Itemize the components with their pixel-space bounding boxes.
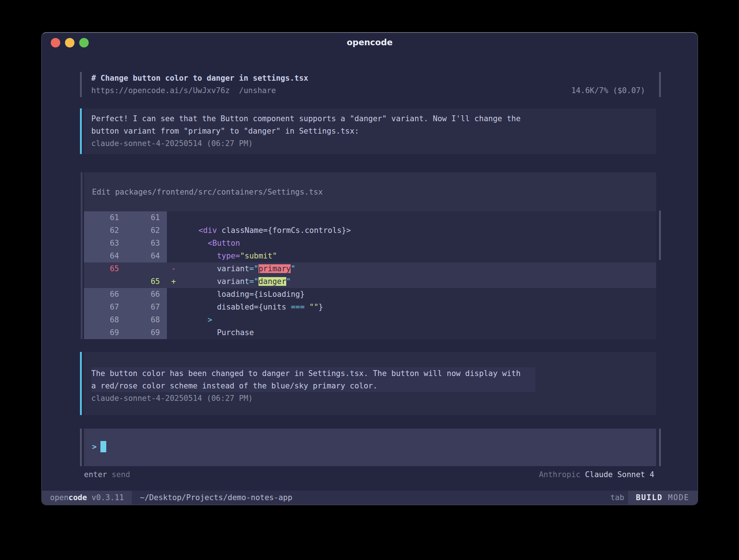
prompt-chevron-icon: > bbox=[92, 442, 97, 451]
share-info-row: https://opencode.ai/s/UwJxv76z /unshare … bbox=[84, 84, 656, 97]
old-line-number: 61 bbox=[84, 211, 119, 224]
mode-suffix: MODE bbox=[663, 493, 689, 502]
diff-row: 6161 bbox=[84, 211, 656, 224]
diff-marker bbox=[167, 250, 180, 262]
code-line: Purchase bbox=[180, 326, 254, 339]
diff-tool-header: Edit packages/frontend/src/containers/Se… bbox=[84, 172, 656, 211]
assistant-message-1: Perfect! I can see that the Button compo… bbox=[84, 108, 656, 154]
diff-row: 6464 type="submit" bbox=[84, 250, 656, 262]
composer-right-rail bbox=[659, 429, 661, 466]
title-bar: opencode bbox=[42, 33, 697, 53]
new-line-number: 69 bbox=[119, 326, 160, 339]
line-number-gutter: 6161 bbox=[84, 211, 167, 224]
old-line-number: 66 bbox=[84, 288, 119, 301]
opencode-window: opencode # Change button color to danger… bbox=[41, 32, 698, 505]
new-line-number: 62 bbox=[119, 224, 160, 237]
diff-card-left-rail bbox=[81, 172, 83, 339]
diff-row: 6767 disabled={units === ""} bbox=[84, 301, 656, 314]
old-line-number: 63 bbox=[84, 237, 119, 250]
new-line-number: 68 bbox=[119, 314, 160, 326]
message-text: Perfect! I can see that the Button compo… bbox=[91, 112, 649, 137]
desktop: { "window": { "title": "opencode" }, "co… bbox=[0, 0, 739, 560]
scrollbar-thumb[interactable] bbox=[659, 211, 661, 260]
mode-name: BUILD bbox=[636, 493, 663, 502]
model-indicator: Anthropic Claude Sonnet 4 bbox=[539, 469, 654, 480]
share-header: # Change button color to danger in setti… bbox=[84, 72, 656, 99]
diff-marker: + bbox=[167, 275, 180, 288]
share-header-left-rail bbox=[80, 72, 82, 97]
diff-card: Edit packages/frontend/src/containers/Se… bbox=[84, 172, 656, 339]
app-name-code: code bbox=[69, 493, 87, 502]
message-meta: claude-sonnet-4-20250514 (06:27 PM) bbox=[91, 137, 649, 150]
diff-row: 6868 > bbox=[84, 314, 656, 326]
old-line-number: 69 bbox=[84, 326, 119, 339]
working-directory: ~/Desktop/Projects/demo-notes-app bbox=[140, 493, 292, 502]
share-header-right-rail bbox=[659, 72, 661, 97]
old-line-number: 68 bbox=[84, 314, 119, 326]
old-line-number bbox=[84, 275, 119, 288]
share-url-link[interactable]: https://opencode.ai/s/UwJxv76z bbox=[91, 84, 230, 97]
assistant-message-rail bbox=[80, 352, 82, 415]
diff-row: 6666 loading={isLoading} bbox=[84, 288, 656, 301]
session-title: # Change button color to danger in setti… bbox=[84, 72, 656, 84]
app-version: v0.3.11 bbox=[87, 493, 124, 502]
diff-marker bbox=[167, 314, 180, 326]
assistant-message-2: The button color has been changed to dan… bbox=[84, 352, 656, 415]
line-number-gutter: 6868 bbox=[84, 314, 167, 326]
prompt-input[interactable]: > bbox=[84, 429, 656, 466]
diff-marker: - bbox=[167, 262, 180, 275]
diff-row: 6262 <div className={formCs.controls}> bbox=[84, 224, 656, 237]
message-meta: claude-sonnet-4-20250514 (06:27 PM) bbox=[91, 392, 649, 404]
send-hint-label: send bbox=[107, 469, 130, 480]
diff-rows: 61616262 <div className={formCs.controls… bbox=[84, 211, 656, 339]
old-line-number: 67 bbox=[84, 301, 119, 314]
status-bar: opencode v0.3.11 ~/Desktop/Projects/demo… bbox=[42, 491, 697, 505]
provider-label: Anthropic bbox=[539, 470, 585, 479]
old-line-number: 65 bbox=[84, 262, 119, 275]
code-line: variant="primary" bbox=[180, 262, 295, 275]
diff-marker bbox=[167, 326, 180, 339]
line-number-gutter: 6464 bbox=[84, 250, 167, 262]
diff-marker bbox=[167, 301, 180, 314]
new-line-number: 61 bbox=[119, 211, 160, 224]
line-number-gutter: 6767 bbox=[84, 301, 167, 314]
text-cursor bbox=[100, 441, 106, 452]
diff-row: 65+ variant="danger" bbox=[84, 275, 656, 288]
message-text: The button color has been changed to dan… bbox=[91, 367, 535, 392]
composer-left-rail bbox=[80, 429, 82, 466]
app-version-segment: opencode v0.3.11 bbox=[42, 491, 132, 505]
old-line-number: 62 bbox=[84, 224, 119, 237]
new-line-number: 67 bbox=[119, 301, 160, 314]
line-number-gutter: 6363 bbox=[84, 237, 167, 250]
code-line: loading={isLoading} bbox=[180, 288, 305, 301]
app-name-open: open bbox=[50, 493, 69, 502]
token-usage: 14.6K/7% ($0.07) bbox=[571, 84, 645, 97]
model-label: Claude Sonnet 4 bbox=[585, 470, 654, 479]
line-number-gutter: 6969 bbox=[84, 326, 167, 339]
code-line: <Button bbox=[180, 237, 240, 250]
line-number-gutter: 65 bbox=[84, 275, 167, 288]
assistant-message-rail bbox=[80, 108, 82, 154]
code-line: type="submit" bbox=[180, 250, 277, 262]
line-number-gutter: 6666 bbox=[84, 288, 167, 301]
enter-key-hint: enter bbox=[84, 469, 107, 480]
old-line-number: 64 bbox=[84, 250, 119, 262]
diff-row: 65- variant="primary" bbox=[84, 262, 656, 275]
code-line: <div className={formCs.controls}> bbox=[180, 224, 351, 237]
new-line-number: 66 bbox=[119, 288, 160, 301]
diff-marker bbox=[167, 211, 180, 224]
diff-marker bbox=[167, 237, 180, 250]
line-number-gutter: 65 bbox=[84, 262, 167, 275]
diff-row: 6969 Purchase bbox=[84, 326, 656, 339]
new-line-number: 65 bbox=[119, 275, 160, 288]
code-line: variant="danger" bbox=[180, 275, 291, 288]
diff-marker bbox=[167, 288, 180, 301]
diff-marker bbox=[167, 224, 180, 237]
code-line: > bbox=[180, 314, 212, 326]
mode-badge[interactable]: BUILD MODE bbox=[628, 491, 697, 505]
new-line-number: 63 bbox=[119, 237, 160, 250]
hint-row: enter send Anthropic Claude Sonnet 4 bbox=[84, 469, 654, 480]
diff-row: 6363 <Button bbox=[84, 237, 656, 250]
new-line-number: 64 bbox=[119, 250, 160, 262]
unshare-link[interactable]: /unshare bbox=[230, 84, 276, 97]
